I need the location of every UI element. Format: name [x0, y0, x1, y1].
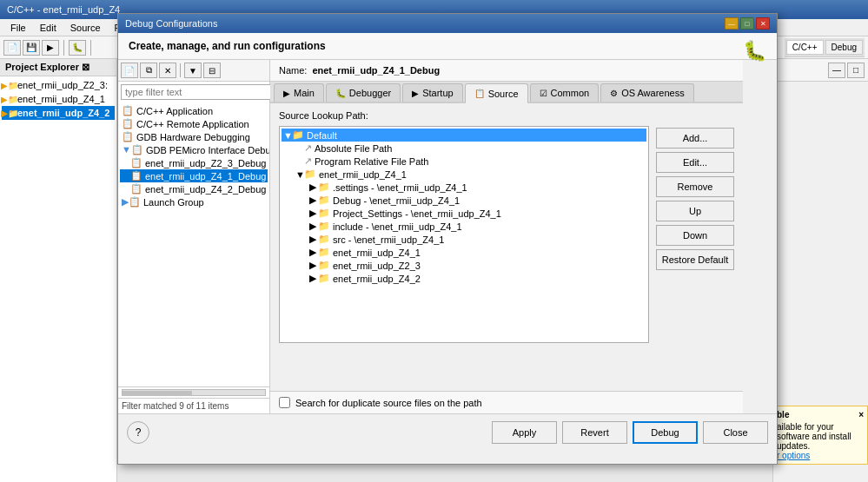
- filter-config-btn[interactable]: ▼: [184, 63, 202, 78]
- duplicate-source-checkbox[interactable]: [279, 397, 290, 408]
- right-toolbar: — □: [773, 59, 868, 82]
- source-item-settings[interactable]: ▶ 📁 .settings - \enet_rmii_udp_Z4_1: [282, 181, 646, 194]
- menu-file[interactable]: File: [3, 21, 33, 35]
- dialog-close-btn[interactable]: ✕: [756, 17, 770, 30]
- config-type-icon-3: 📋: [122, 131, 134, 142]
- new-btn[interactable]: 📄: [3, 40, 21, 56]
- dialog-minimize-btn[interactable]: —: [725, 17, 739, 30]
- folder-icon-z2-3: 📁: [318, 260, 330, 271]
- minimize-editor-btn[interactable]: —: [828, 63, 845, 78]
- source-item-relative[interactable]: ↗ Program Relative File Path: [282, 155, 646, 168]
- config-left-hscrollbar[interactable]: [122, 389, 266, 396]
- tree-item-z2-3[interactable]: ▶📁 enet_rmii_udp_Z2_3:: [2, 78, 115, 92]
- project-explorer-panel: Project Explorer ⊠ ▶📁 enet_rmii_udp_Z2_3…: [0, 59, 117, 482]
- expand-icon-proj-settings: ▶: [309, 208, 318, 219]
- folder-icon-include: 📁: [318, 221, 330, 232]
- folder-icon-z4-2: 📁: [318, 273, 330, 284]
- up-source-btn[interactable]: Up: [656, 201, 734, 221]
- config-instance-z4-1[interactable]: 📋 enet_rmii_udp_Z4_1_Debug: [120, 169, 268, 182]
- source-item-z2-3[interactable]: ▶ 📁 enet_rmii_udp_Z2_3: [282, 259, 646, 272]
- remove-source-btn[interactable]: Remove: [656, 176, 734, 197]
- update-text: ailable for your software and install up…: [777, 422, 864, 451]
- config-left-scrollbar-row: [118, 386, 269, 398]
- dialog-title-text: Debug Configurations: [125, 18, 217, 29]
- source-item-z4-2[interactable]: ▶ 📁 enet_rmii_udp_Z4_2: [282, 272, 646, 285]
- project-tree: ▶📁 enet_rmii_udp_Z2_3: ▶📁 enet_rmii_udp_…: [0, 76, 116, 122]
- source-item-z4-1-sub[interactable]: ▶ 📁 enet_rmii_udp_Z4_1: [282, 246, 646, 259]
- edit-source-btn[interactable]: Edit...: [656, 152, 734, 173]
- tab-os-awareness[interactable]: ⚙ OS Awareness: [600, 83, 694, 102]
- debug-run-btn[interactable]: Debug: [633, 421, 698, 444]
- new-config-btn[interactable]: 📄: [121, 63, 138, 78]
- tab-common[interactable]: ☑ Common: [530, 83, 600, 102]
- config-instance-z4-2[interactable]: 📋 enet_rmii_udp_Z4_2_Debug: [120, 182, 268, 195]
- expand-icon-debug-folder: ▶: [309, 195, 318, 206]
- close-dialog-btn[interactable]: Close: [703, 421, 768, 444]
- source-item-include[interactable]: ▶ 📁 include - \enet_rmii_udp_Z4_1: [282, 220, 646, 233]
- collapse-config-btn[interactable]: ⊟: [203, 63, 221, 78]
- revert-btn[interactable]: Revert: [562, 421, 627, 444]
- tab-debugger-icon: 🐛: [335, 89, 346, 98]
- restore-default-btn[interactable]: Restore Default: [656, 249, 734, 270]
- source-tree-container[interactable]: ▼ 📁 Default ↗ Absolute File Path: [279, 126, 649, 343]
- save-btn[interactable]: 💾: [23, 40, 40, 56]
- help-button[interactable]: ?: [127, 421, 149, 444]
- down-source-btn[interactable]: Down: [656, 225, 734, 246]
- config-instance-z2-3[interactable]: 📋 enet_rmii_udp_Z2_3_Debug: [120, 156, 268, 169]
- source-action-buttons: Add... Edit... Remove Up Down Restore De…: [656, 126, 734, 343]
- config-cpp-app[interactable]: 📋 C/C++ Application: [120, 104, 268, 117]
- source-item-z4-1-folder[interactable]: ▼ 📁 enet_rmii_udp_Z4_1: [282, 168, 646, 181]
- tab-common-label: Common: [551, 88, 590, 98]
- source-tree: ▼ 📁 Default ↗ Absolute File Path: [280, 127, 648, 287]
- debug-btn[interactable]: 🐛: [69, 40, 86, 56]
- config-left-hscrollbar-thumb[interactable]: [123, 391, 192, 396]
- expand-icon-z4-1: ▼: [295, 169, 304, 180]
- tab-debugger[interactable]: 🐛 Debugger: [326, 83, 401, 102]
- debug-perspective-tab[interactable]: Debug: [825, 40, 863, 55]
- update-title-row: ble ×: [777, 410, 864, 419]
- menu-source[interactable]: Source: [63, 21, 108, 35]
- tab-startup[interactable]: ▶ Startup: [402, 83, 462, 102]
- tab-source[interactable]: 📋 Source: [465, 83, 528, 103]
- tab-main[interactable]: ▶ Main: [274, 83, 324, 102]
- folder-icon-settings: 📁: [318, 182, 330, 193]
- expand-icon-z2-3: ▶: [309, 260, 318, 271]
- config-filter-input[interactable]: [121, 84, 272, 100]
- dialog-header-text: Create, manage, and run configurations: [129, 40, 326, 52]
- dialog-window-controls: — □ ✕: [725, 17, 770, 30]
- config-gdb-hw[interactable]: 📋 GDB Hardware Debugging: [120, 130, 268, 143]
- config-cpp-remote[interactable]: 📋 C/C++ Remote Application: [120, 117, 268, 130]
- source-item-project-settings[interactable]: ▶ 📁 Project_Settings - \enet_rmii_udp_Z4…: [282, 207, 646, 220]
- dialog-footer: ? Apply Revert Debug Close: [118, 413, 777, 451]
- menu-edit[interactable]: Edit: [33, 21, 63, 35]
- debug-configurations-dialog: Debug Configurations — □ ✕ Create, manag…: [117, 13, 778, 465]
- add-source-btn[interactable]: Add...: [656, 128, 734, 149]
- cpp-perspective-tab[interactable]: C/C++: [786, 40, 824, 55]
- dialog-maximize-btn[interactable]: □: [740, 17, 754, 30]
- config-instance-icon-3: 📋: [130, 183, 142, 195]
- maximize-editor-btn[interactable]: □: [847, 63, 865, 78]
- config-gdb-pemicro[interactable]: ▼📋 GDB PEMicro Interface Debugs: [120, 143, 268, 156]
- delete-config-btn[interactable]: ✕: [159, 63, 176, 78]
- config-launch-group[interactable]: ▶📋 Launch Group: [120, 195, 268, 208]
- dialog-body: 📄 ⧉ ✕ ▼ ⊟ 📋 C/C++ Application 📋 C/C++ Re…: [118, 60, 743, 413]
- update-link[interactable]: r options: [777, 451, 810, 460]
- filter-count-text: Filter matched 9 of 11 items: [118, 398, 269, 413]
- source-item-default[interactable]: ▼ 📁 Default: [282, 129, 646, 142]
- project-explorer-header: Project Explorer ⊠: [0, 59, 116, 76]
- config-type-icon: 📋: [122, 105, 134, 116]
- config-name-row: Name: enet_rmii_udp_Z4_1_Debug: [270, 60, 743, 82]
- source-item-debug[interactable]: ▶ 📁 Debug - \enet_rmii_udp_Z4_1: [282, 194, 646, 207]
- source-item-src[interactable]: ▶ 📁 src - \enet_rmii_udp_Z4_1: [282, 233, 646, 246]
- run-btn[interactable]: ▶: [42, 40, 59, 56]
- tree-item-z4-2[interactable]: ▶📁 enet_rmii_udp_Z4_2: [2, 106, 115, 120]
- tree-item-z4-1[interactable]: ▶📁 enet_rmii_udp_Z4_1: [2, 92, 115, 106]
- update-close-btn[interactable]: ×: [858, 410, 864, 419]
- apply-btn[interactable]: Apply: [492, 421, 557, 444]
- duplicate-source-row: Search for duplicate source files on the…: [270, 391, 743, 413]
- duplicate-config-btn[interactable]: ⧉: [140, 63, 157, 78]
- folder-icon-3: ▶📁: [3, 107, 16, 119]
- config-type-icon-2: 📋: [122, 118, 134, 129]
- source-item-absolute[interactable]: ↗ Absolute File Path: [282, 142, 646, 155]
- footer-action-buttons: Apply Revert Debug Close: [492, 421, 768, 444]
